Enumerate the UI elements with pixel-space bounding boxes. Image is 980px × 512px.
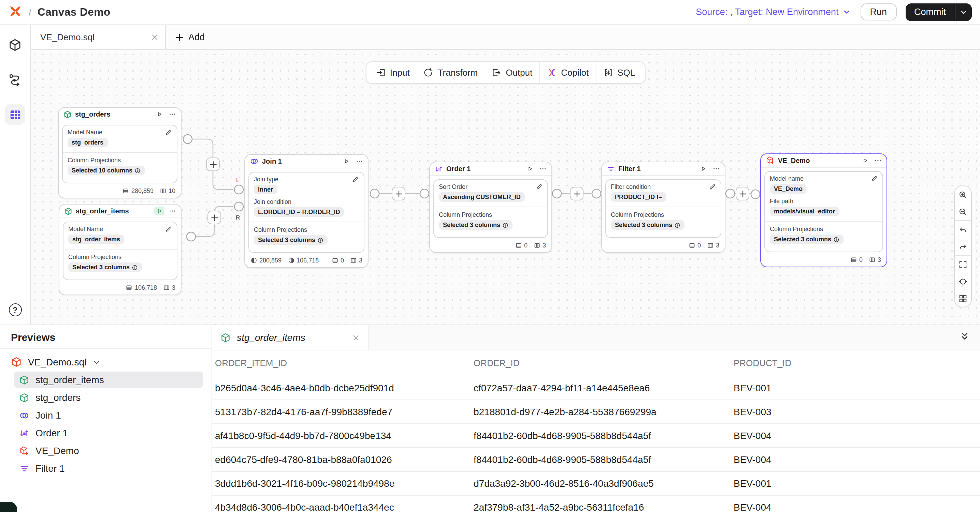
projections-pill[interactable]: Selected 3 columns — [68, 263, 142, 272]
projections-pill[interactable]: Selected 3 columns — [439, 220, 512, 230]
node-ve-demo[interactable]: VE_Demo Model name VE_Demo File path mod… — [760, 154, 887, 267]
table-row[interactable]: b265d0a4-3c46-4ae4-b0db-dcbe25df901dcf07… — [212, 376, 980, 399]
node-filter-1[interactable]: Filter 1 Filter condition PRODUCT_ID != … — [601, 162, 725, 253]
add-input-button[interactable]: Input — [369, 62, 417, 83]
model-name-pill[interactable]: VE_Demo — [770, 184, 807, 193]
input-port — [592, 189, 601, 198]
rows-icon — [123, 187, 129, 194]
environment-selector[interactable]: Source: , Target: New Environment — [696, 7, 850, 17]
run-node-button[interactable] — [341, 157, 352, 166]
edit-icon[interactable] — [352, 176, 359, 183]
node-stg-orders[interactable]: stg_orders Model Name stg_orders Column … — [58, 107, 181, 198]
table-row[interactable]: 513173b7-82d4-4176-aa7f-99b8389fede7b218… — [212, 399, 980, 423]
sort-order-pill[interactable]: Ascending CUSTOMER_ID — [439, 192, 525, 202]
fullscreen-button[interactable] — [955, 256, 971, 273]
node-menu-button[interactable] — [539, 165, 547, 173]
redo-button[interactable] — [955, 238, 971, 255]
overview-button[interactable] — [955, 290, 971, 307]
edit-icon[interactable] — [536, 183, 542, 190]
projections-pill[interactable]: Selected 10 columns — [68, 166, 145, 175]
add-tab-button[interactable]: Add — [166, 25, 214, 49]
table-row[interactable]: ed604c75-dfe9-4780-81ba-b88a0fa01026f844… — [212, 447, 980, 471]
tree-root-ve-demo-sql[interactable]: VE_Demo.sql — [0, 353, 212, 371]
sql-button[interactable]: SQL — [596, 62, 642, 83]
table-row[interactable]: 3ddd1b6d-3021-4f16-b09c-980214b9498ed7da… — [212, 471, 980, 495]
column-header[interactable]: ORDER_ID — [474, 358, 733, 368]
tree-item-ve-demo[interactable]: VE_Demo — [14, 442, 204, 459]
commit-dropdown-button[interactable] — [955, 3, 972, 21]
close-icon[interactable] — [151, 33, 158, 41]
tree-item-join-1[interactable]: Join 1 — [14, 407, 204, 423]
cube-icon — [11, 357, 22, 368]
add-step-on-edge-button[interactable] — [736, 187, 749, 200]
node-menu-button[interactable] — [713, 165, 720, 173]
zoom-in-button[interactable] — [955, 186, 971, 203]
column-header[interactable]: PRODUCT_ID — [733, 358, 980, 368]
help-button[interactable]: ? — [8, 303, 22, 316]
filter-condition-pill[interactable]: PRODUCT_ID != — [611, 192, 667, 202]
join-type-pill[interactable]: Inner — [254, 185, 277, 194]
node-order-1[interactable]: Order 1 Sort Order Ascending CUSTOMER_ID… — [429, 162, 552, 253]
node-menu-button[interactable] — [169, 207, 176, 215]
run-node-button[interactable] — [525, 164, 535, 173]
output-port — [187, 232, 196, 241]
add-step-on-edge-button[interactable] — [207, 211, 221, 224]
edit-icon[interactable] — [165, 129, 172, 136]
run-node-button[interactable] — [154, 110, 164, 119]
preview-tab-stg-order-items[interactable]: stg_order_items — [212, 325, 369, 350]
sidebar-item-lineage[interactable] — [5, 70, 25, 90]
node-menu-button[interactable] — [169, 111, 176, 118]
add-step-on-edge-button[interactable] — [570, 187, 584, 200]
node-stg-order-items[interactable]: stg_order_items Model Name stg_order_ite… — [59, 204, 181, 295]
add-transform-button[interactable]: Transform — [417, 62, 485, 83]
sql-label: SQL — [617, 68, 635, 78]
app-logo-icon[interactable] — [8, 5, 22, 19]
sidebar-item-table-view[interactable] — [5, 104, 25, 125]
tree-item-filter-1[interactable]: Filter 1 — [14, 460, 204, 477]
file-path-pill[interactable]: models/visual_editor — [770, 206, 839, 216]
node-menu-button[interactable] — [874, 157, 882, 164]
model-name-pill[interactable]: stg_orders — [68, 138, 108, 147]
close-icon[interactable] — [352, 334, 360, 341]
preview-table-area: stg_order_items ORDER_ITEM_ID ORDER_ID P… — [212, 325, 980, 512]
table-cell: BEV-001 — [733, 478, 980, 489]
edit-icon[interactable] — [709, 183, 716, 190]
column-header[interactable]: ORDER_ITEM_ID — [215, 358, 474, 368]
table-row[interactable]: 4b34d8d6-3006-4b0c-aaad-b40ef1a344ec2af3… — [212, 495, 980, 512]
collapse-panel-button[interactable] — [960, 331, 969, 342]
edit-icon[interactable] — [165, 226, 172, 233]
edit-icon[interactable] — [871, 175, 878, 182]
zoom-out-button[interactable] — [955, 203, 971, 220]
fit-view-button[interactable] — [955, 273, 971, 290]
tree-item-order-1[interactable]: Order 1 — [14, 425, 204, 441]
run-button[interactable]: Run — [860, 3, 896, 21]
tree-item-stg-orders[interactable]: stg_orders — [14, 389, 204, 406]
node-menu-button[interactable] — [356, 157, 363, 165]
projections-pill[interactable]: Selected 3 columns — [254, 235, 328, 245]
more-icon — [539, 165, 547, 173]
zoom-in-icon — [958, 190, 968, 200]
play-icon — [700, 166, 706, 172]
tree-item-stg-order-items[interactable]: stg_order_items — [14, 372, 204, 388]
node-join-1[interactable]: Join 1 Join type Inner Join condition L.… — [244, 154, 369, 268]
run-node-button[interactable] — [154, 206, 164, 216]
model-name-pill[interactable]: stg_order_items — [68, 235, 124, 244]
add-step-on-edge-button[interactable] — [392, 187, 406, 200]
join-condition-pill[interactable]: L.ORDER_ID = R.ORDER_ID — [254, 207, 344, 217]
breadcrumb-separator: / — [29, 6, 32, 17]
undo-button[interactable] — [955, 221, 971, 238]
projections-pill[interactable]: Selected 3 columns — [770, 235, 843, 244]
add-output-button[interactable]: Output — [485, 62, 539, 83]
pipeline-canvas[interactable]: L R Input Transform Output — [31, 51, 980, 325]
tab-ve-demo-sql[interactable]: VE_Demo.sql — [31, 25, 166, 49]
corner-widget[interactable] — [0, 502, 17, 512]
run-node-button[interactable] — [698, 164, 708, 173]
add-step-on-edge-button[interactable] — [206, 157, 220, 171]
table-row[interactable]: af41b8c0-9f5d-44d9-bb7d-7800c49be134f844… — [212, 423, 980, 447]
sidebar-item-models[interactable] — [5, 35, 25, 55]
commit-button[interactable]: Commit — [905, 3, 955, 21]
projections-pill[interactable]: Selected 3 columns — [611, 220, 684, 230]
copilot-button[interactable]: Copilot — [540, 62, 595, 83]
run-node-button[interactable] — [860, 156, 870, 165]
column-count: 10 — [160, 187, 175, 194]
